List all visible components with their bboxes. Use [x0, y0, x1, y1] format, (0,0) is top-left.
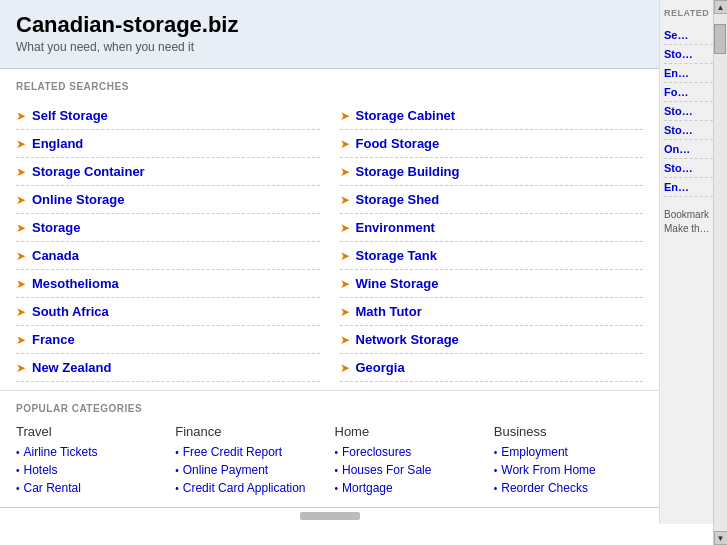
related-link[interactable]: Georgia: [356, 360, 405, 375]
arrow-icon: ➤: [340, 137, 350, 151]
related-link[interactable]: Wine Storage: [356, 276, 439, 291]
list-item: ➤France: [16, 326, 320, 354]
related-link[interactable]: England: [32, 136, 83, 151]
list-item: ➤Self Storage: [16, 102, 320, 130]
related-link[interactable]: Network Storage: [356, 332, 459, 347]
category-link[interactable]: Car Rental: [24, 481, 81, 495]
related-link[interactable]: Storage Cabinet: [356, 108, 456, 123]
arrow-icon: ➤: [16, 165, 26, 179]
scroll-thumb: [300, 512, 360, 520]
vertical-scrollbar[interactable]: ▲ ▼: [713, 0, 727, 524]
list-item: •Hotels: [16, 463, 165, 477]
arrow-icon: ➤: [340, 305, 350, 319]
category-link[interactable]: Work From Home: [501, 463, 595, 477]
list-item: ➤Math Tutor: [340, 298, 644, 326]
arrow-icon: ➤: [340, 361, 350, 375]
related-link[interactable]: New Zealand: [32, 360, 111, 375]
arrow-icon: ➤: [340, 221, 350, 235]
category-link[interactable]: Mortgage: [342, 481, 393, 495]
category-link[interactable]: Employment: [501, 445, 568, 459]
bullet-icon: •: [175, 465, 179, 476]
bullet-icon: •: [16, 465, 20, 476]
category-column: Business•Employment•Work From Home•Reord…: [494, 424, 643, 499]
related-searches-section: RELATED SEARCHES ➤Self Storage➤England➤S…: [0, 69, 659, 391]
horizontal-scrollbar[interactable]: [0, 507, 659, 524]
category-link[interactable]: Foreclosures: [342, 445, 411, 459]
list-item: ➤Storage Cabinet: [340, 102, 644, 130]
list-item: ➤Storage: [16, 214, 320, 242]
related-link[interactable]: Storage Building: [356, 164, 460, 179]
categories-grid: Travel•Airline Tickets•Hotels•Car Rental…: [16, 424, 643, 499]
list-item: •Free Credit Report: [175, 445, 324, 459]
bullet-icon: •: [335, 465, 339, 476]
scroll-handle[interactable]: [714, 24, 726, 54]
category-link[interactable]: Hotels: [24, 463, 58, 477]
arrow-icon: ➤: [340, 109, 350, 123]
arrow-icon: ➤: [16, 361, 26, 375]
list-item: •Airline Tickets: [16, 445, 165, 459]
list-item: •Credit Card Application: [175, 481, 324, 495]
popular-categories-label: POPULAR CATEGORIES: [16, 403, 643, 414]
list-item: •Work From Home: [494, 463, 643, 477]
list-item: ➤Storage Shed: [340, 186, 644, 214]
list-item: ➤Environment: [340, 214, 644, 242]
bullet-icon: •: [175, 483, 179, 494]
list-item: •Car Rental: [16, 481, 165, 495]
related-link[interactable]: Self Storage: [32, 108, 108, 123]
list-item: •Mortgage: [335, 481, 484, 495]
list-item: ➤Canada: [16, 242, 320, 270]
arrow-icon: ➤: [16, 249, 26, 263]
list-item: •Houses For Sale: [335, 463, 484, 477]
list-item: ➤Georgia: [340, 354, 644, 382]
arrow-icon: ➤: [16, 109, 26, 123]
category-link[interactable]: Airline Tickets: [24, 445, 98, 459]
category-link[interactable]: Online Payment: [183, 463, 268, 477]
popular-categories-section: POPULAR CATEGORIES Travel•Airline Ticket…: [0, 391, 659, 507]
related-link[interactable]: Canada: [32, 248, 79, 263]
list-item: ➤New Zealand: [16, 354, 320, 382]
category-title: Finance: [175, 424, 324, 439]
arrow-icon: ➤: [16, 221, 26, 235]
arrow-icon: ➤: [16, 277, 26, 291]
related-link[interactable]: Environment: [356, 220, 435, 235]
arrow-icon: ➤: [340, 165, 350, 179]
list-item: ➤South Africa: [16, 298, 320, 326]
category-title: Travel: [16, 424, 165, 439]
category-link[interactable]: Reorder Checks: [501, 481, 588, 495]
list-item: ➤Food Storage: [340, 130, 644, 158]
scroll-track: [714, 14, 727, 524]
arrow-icon: ➤: [340, 277, 350, 291]
site-title: Canadian-storage.biz: [16, 12, 643, 38]
list-item: ➤Mesothelioma: [16, 270, 320, 298]
related-link[interactable]: Math Tutor: [356, 304, 422, 319]
related-link[interactable]: Food Storage: [356, 136, 440, 151]
list-item: ➤Storage Building: [340, 158, 644, 186]
category-column: Finance•Free Credit Report•Online Paymen…: [175, 424, 324, 499]
arrow-icon: ➤: [16, 137, 26, 151]
category-column: Home•Foreclosures•Houses For Sale•Mortga…: [335, 424, 484, 499]
related-link[interactable]: Mesothelioma: [32, 276, 119, 291]
related-link[interactable]: Storage Tank: [356, 248, 437, 263]
related-link[interactable]: Storage Shed: [356, 192, 440, 207]
bullet-icon: •: [494, 465, 498, 476]
category-link[interactable]: Houses For Sale: [342, 463, 431, 477]
list-item: ➤England: [16, 130, 320, 158]
related-link[interactable]: Storage: [32, 220, 80, 235]
list-item: ➤Storage Container: [16, 158, 320, 186]
list-item: ➤Online Storage: [16, 186, 320, 214]
arrow-icon: ➤: [340, 249, 350, 263]
category-link[interactable]: Free Credit Report: [183, 445, 282, 459]
list-item: •Online Payment: [175, 463, 324, 477]
site-subtitle: What you need, when you need it: [16, 40, 643, 54]
list-item: •Employment: [494, 445, 643, 459]
bullet-icon: •: [16, 483, 20, 494]
related-searches-label: RELATED SEARCHES: [16, 81, 643, 92]
category-title: Business: [494, 424, 643, 439]
category-link[interactable]: Credit Card Application: [183, 481, 306, 495]
related-link[interactable]: Online Storage: [32, 192, 124, 207]
related-link[interactable]: Storage Container: [32, 164, 145, 179]
scroll-up-button[interactable]: ▲: [714, 0, 728, 14]
related-link[interactable]: South Africa: [32, 304, 109, 319]
links-column-right: ➤Storage Cabinet➤Food Storage➤Storage Bu…: [340, 102, 644, 382]
related-link[interactable]: France: [32, 332, 75, 347]
